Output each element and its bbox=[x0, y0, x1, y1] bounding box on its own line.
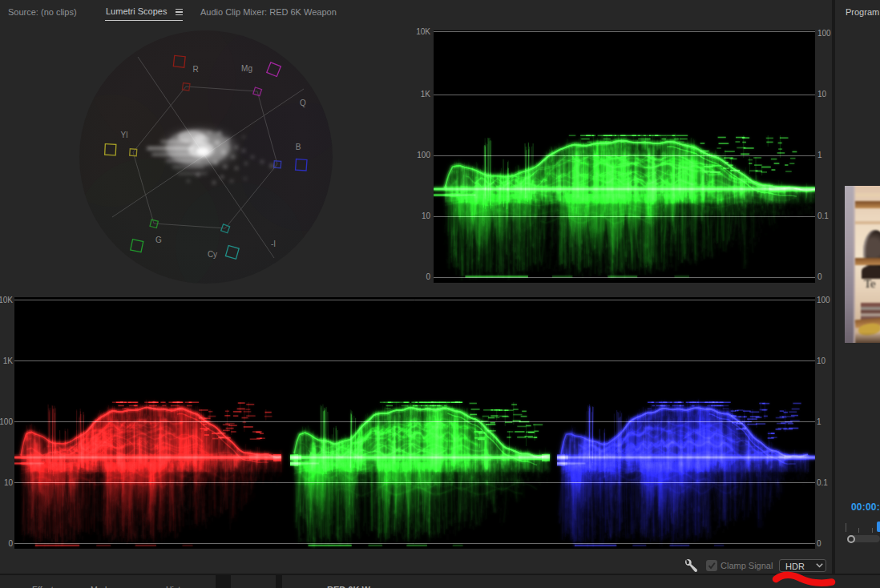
svg-text:Yl: Yl bbox=[121, 131, 128, 139]
svg-text:Q: Q bbox=[300, 99, 306, 107]
svg-text:G: G bbox=[155, 236, 162, 244]
svg-text:-I: -I bbox=[271, 240, 276, 248]
svg-text:Cy: Cy bbox=[208, 250, 217, 259]
svg-text:R: R bbox=[192, 65, 198, 74]
svg-text:B: B bbox=[296, 143, 301, 151]
svg-text:Mg: Mg bbox=[241, 64, 252, 73]
